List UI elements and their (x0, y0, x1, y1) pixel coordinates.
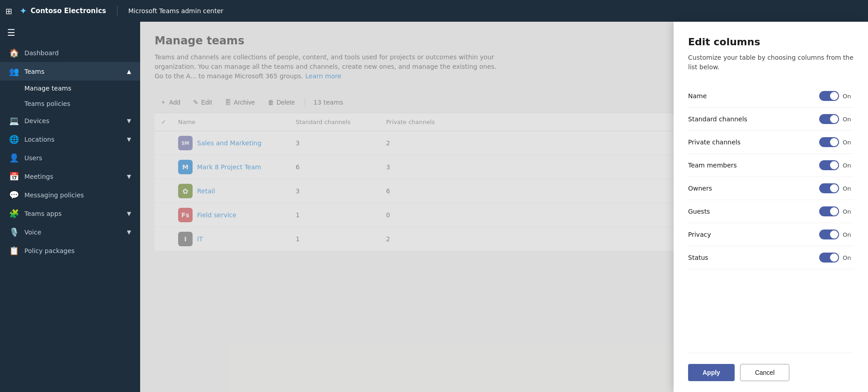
apply-button[interactable]: Apply (688, 364, 735, 381)
sidebar-item-label: Voice (24, 229, 41, 236)
toggle-wrapper: On (819, 91, 854, 101)
toggle-label: On (843, 116, 854, 123)
chevron-down-icon: ▼ (127, 136, 131, 143)
panel-title: Edit columns (688, 36, 854, 48)
name-toggle[interactable] (819, 91, 839, 101)
toggle-label: On (843, 93, 854, 100)
toggle-label: On (843, 162, 854, 169)
messaging-icon: 💬 (9, 190, 19, 200)
column-label: Owners (688, 185, 712, 192)
sidebar-sub-item-label: Teams policies (24, 100, 70, 107)
topbar: ⊞ ✦ Contoso Electronics Microsoft Teams … (0, 0, 868, 22)
toggle-wrapper: On (819, 229, 854, 239)
chevron-down-icon: ▼ (127, 173, 131, 180)
apps-icon: 🧩 (9, 209, 19, 218)
sidebar-item-meetings[interactable]: 📅 Meetings ▼ (0, 167, 140, 186)
sidebar-item-locations[interactable]: 🌐 Locations ▼ (0, 130, 140, 148)
sidebar-item-label: Teams (24, 68, 44, 75)
column-label: Standard channels (688, 115, 747, 123)
company-logo: ✦ Contoso Electronics (19, 5, 106, 16)
panel-description: Customize your table by choosing columns… (688, 53, 854, 72)
private-channels-toggle[interactable] (819, 137, 839, 147)
sidebar-item-label: Users (24, 154, 42, 162)
sidebar-item-label: Teams apps (24, 210, 61, 217)
toggle-label: On (843, 185, 854, 192)
sidebar-item-manage-teams[interactable]: Manage teams (0, 81, 140, 96)
column-label: Status (688, 254, 708, 261)
column-label: Team members (688, 162, 737, 169)
column-row-owners: Owners On (688, 177, 854, 200)
meetings-icon: 📅 (9, 172, 19, 181)
privacy-toggle[interactable] (819, 229, 839, 239)
sidebar-item-voice[interactable]: 🎙️ Voice ▼ (0, 223, 140, 241)
chevron-down-icon: ▼ (127, 229, 131, 235)
logo-icon: ✦ (19, 5, 27, 16)
toggle-wrapper: On (819, 114, 854, 124)
toggle-label: On (843, 208, 854, 215)
status-toggle[interactable] (819, 253, 839, 263)
sidebar-item-dashboard[interactable]: 🏠 Dashboard (0, 43, 140, 62)
sidebar-item-messaging-policies[interactable]: 💬 Messaging policies (0, 186, 140, 204)
sidebar-item-teams[interactable]: 👥 Teams ▲ (0, 62, 140, 81)
sidebar-item-label: Policy packages (24, 247, 75, 254)
users-icon: 👤 (9, 153, 19, 163)
home-icon: 🏠 (9, 48, 19, 57)
sidebar-item-label: Messaging policies (24, 191, 84, 199)
chevron-down-icon: ▼ (127, 118, 131, 124)
toggle-wrapper: On (819, 253, 854, 263)
sidebar-item-users[interactable]: 👤 Users (0, 148, 140, 167)
toggle-label: On (843, 139, 854, 146)
column-row-team-members: Team members On (688, 154, 854, 177)
sidebar-item-policy-packages[interactable]: 📋 Policy packages (0, 241, 140, 260)
edit-columns-panel: Edit columns Customize your table by cho… (674, 22, 868, 392)
column-label: Private channels (688, 139, 741, 146)
sidebar-item-teams-apps[interactable]: 🧩 Teams apps ▼ (0, 204, 140, 223)
app-title: Microsoft Teams admin center (128, 7, 223, 14)
cancel-button[interactable]: Cancel (740, 364, 790, 381)
sidebar-item-label: Devices (24, 117, 49, 124)
guests-toggle[interactable] (819, 206, 839, 216)
column-row-standard-channels: Standard channels On (688, 108, 854, 131)
sidebar-item-label: Meetings (24, 173, 53, 180)
sidebar-sub-item-label: Manage teams (24, 85, 71, 92)
locations-icon: 🌐 (9, 134, 19, 144)
topbar-divider (117, 5, 118, 16)
column-row-status: Status On (688, 246, 854, 269)
toggle-label: On (843, 254, 854, 261)
voice-icon: 🎙️ (9, 227, 19, 237)
toggle-label: On (843, 231, 854, 238)
panel-footer: Apply Cancel (688, 353, 854, 381)
sidebar-menu-button[interactable]: ☰ (0, 22, 140, 43)
sidebar-item-devices[interactable]: 💻 Devices ▼ (0, 111, 140, 130)
sidebar: ☰ 🏠 Dashboard 👥 Teams ▲ Manage teams Tea… (0, 22, 140, 392)
column-label: Name (688, 92, 707, 100)
column-row-privacy: Privacy On (688, 223, 854, 246)
column-row-private-channels: Private channels On (688, 131, 854, 154)
owners-toggle[interactable] (819, 183, 839, 193)
column-row-name: Name On (688, 85, 854, 108)
column-label: Guests (688, 208, 710, 215)
standard-channels-toggle[interactable] (819, 114, 839, 124)
sidebar-item-teams-policies[interactable]: Teams policies (0, 96, 140, 111)
devices-icon: 💻 (9, 116, 19, 125)
column-label: Privacy (688, 231, 711, 238)
sidebar-item-label: Locations (24, 136, 55, 143)
toggle-wrapper: On (819, 160, 854, 170)
sidebar-item-label: Dashboard (24, 49, 59, 57)
toggle-wrapper: On (819, 137, 854, 147)
chevron-up-icon: ▲ (127, 68, 131, 75)
team-members-toggle[interactable] (819, 160, 839, 170)
chevron-down-icon: ▼ (127, 210, 131, 217)
company-name: Contoso Electronics (31, 7, 106, 15)
policy-icon: 📋 (9, 246, 19, 255)
toggle-wrapper: On (819, 183, 854, 193)
columns-list: Name On Standard channels On Private cha… (688, 85, 854, 349)
grid-icon[interactable]: ⊞ (5, 6, 12, 16)
teams-icon: 👥 (9, 67, 19, 76)
column-row-guests: Guests On (688, 200, 854, 223)
toggle-wrapper: On (819, 206, 854, 216)
